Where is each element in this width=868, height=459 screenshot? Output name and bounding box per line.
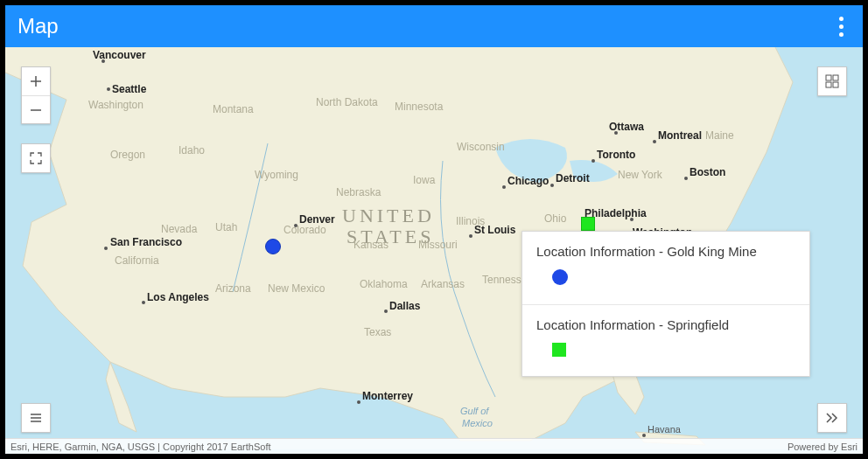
svg-text:Boston: Boston [690,166,725,178]
layer-list-control [21,403,51,433]
legend-symbol [536,269,795,289]
svg-point-46 [592,159,595,163]
svg-point-50 [653,140,656,143]
svg-text:Los Angeles: Los Angeles [147,291,209,303]
expand-icon [29,151,43,165]
svg-text:Montreal: Montreal [658,129,702,142]
app-frame: Map UNITED STATES [5,5,863,454]
svg-point-38 [384,309,388,313]
svg-text:Oregon: Oregon [110,149,145,161]
svg-text:Mexico: Mexico [462,418,493,428]
svg-text:Monterrey: Monterrey [362,390,413,402]
zoom-in-button[interactable] [22,67,50,95]
legend-toggle-control [817,403,847,433]
svg-text:Wyoming: Wyoming [255,169,298,181]
svg-rect-66 [826,82,831,87]
zoom-control [21,66,51,124]
chevron-right-double-icon [824,411,840,425]
basemap-gallery-button[interactable] [818,67,846,95]
attribution-right: Powered by Esri [788,442,858,452]
svg-text:San Francisco: San Francisco [110,236,182,248]
grid-icon [825,74,839,88]
svg-point-42 [502,185,506,189]
svg-text:Texas: Texas [364,326,391,338]
svg-text:Arizona: Arizona [215,282,251,295]
legend-entry-title: Location Information - Gold King Mine [536,244,795,259]
marker-gold-king-mine[interactable] [265,239,281,254]
legend-symbol [536,343,795,360]
marker-springfield[interactable] [581,217,595,231]
svg-text:Denver: Denver [299,213,335,226]
legend-collapse-button[interactable] [818,404,846,432]
layer-list-button[interactable] [22,404,50,432]
svg-point-58 [357,400,360,404]
svg-text:Oklahoma: Oklahoma [360,278,408,290]
svg-text:Nevada: Nevada [161,223,198,235]
legend-entry: Location Information - Gold King Mine [522,232,809,304]
svg-point-60 [642,434,646,437]
svg-point-52 [684,177,688,180]
svg-text:Ohio: Ohio [544,212,567,225]
legend-panel: Location Information - Gold King Mine Lo… [522,231,810,377]
svg-text:Arkansas: Arkansas [421,278,465,290]
svg-text:Iowa: Iowa [413,174,436,186]
svg-point-30 [107,87,110,91]
svg-text:Vancouver: Vancouver [93,49,146,61]
svg-text:St Louis: St Louis [474,224,516,236]
titlebar: Map [5,5,863,47]
svg-text:California: California [115,254,159,267]
legend-entry: Location Information - Springfield [522,304,809,376]
svg-point-32 [104,247,108,250]
list-icon [29,411,43,425]
svg-rect-67 [833,82,838,87]
svg-text:New York: New York [618,169,663,181]
svg-point-34 [142,301,145,304]
svg-text:Dallas: Dallas [389,300,421,312]
map-canvas[interactable]: UNITED STATES Washington Oregon Idaho Mo… [5,47,863,454]
svg-text:Seattle: Seattle [112,83,147,95]
svg-text:Gulf of: Gulf of [460,406,489,416]
svg-text:Wisconsin: Wisconsin [457,141,505,153]
svg-text:Minnesota: Minnesota [395,101,444,113]
svg-point-36 [294,224,298,227]
svg-text:Kansas: Kansas [354,239,388,251]
square-green-icon [552,343,566,357]
svg-text:Washington: Washington [88,99,144,111]
svg-text:Detroit: Detroit [556,172,590,184]
svg-rect-64 [826,75,831,80]
svg-text:Missouri: Missouri [418,239,458,251]
circle-blue-icon [552,269,568,285]
svg-text:Idaho: Idaho [178,144,205,156]
svg-text:North Dakota: North Dakota [316,96,378,108]
svg-point-40 [469,234,472,238]
zoom-out-button[interactable] [22,95,50,123]
svg-rect-65 [833,75,838,80]
attribution-left: Esri, HERE, Garmin, NGA, USGS | Copyrigh… [10,442,271,452]
fullscreen-button[interactable] [22,144,50,172]
svg-text:Maine: Maine [705,129,734,142]
svg-point-44 [550,184,554,187]
plus-icon [29,74,43,88]
attribution-bar: Esri, HERE, Garmin, NGA, USGS | Copyrigh… [5,438,863,454]
legend-entry-title: Location Information - Springfield [536,317,795,332]
svg-text:Ottawa: Ottawa [609,121,644,133]
svg-text:Nebraska: Nebraska [336,186,382,198]
svg-text:Chicago: Chicago [508,175,549,187]
svg-text:Toronto: Toronto [597,149,635,161]
svg-text:Havana: Havana [648,424,682,435]
svg-text:New Mexico: New Mexico [268,282,326,295]
app-title: Map [18,14,59,38]
more-options-button[interactable] [832,10,850,44]
svg-text:Colorado: Colorado [284,224,326,236]
svg-text:Utah: Utah [215,221,237,233]
basemap-gallery-control [817,66,847,96]
svg-text:Montana: Montana [213,103,254,115]
minus-icon [29,103,43,117]
fullscreen-control [21,143,51,173]
